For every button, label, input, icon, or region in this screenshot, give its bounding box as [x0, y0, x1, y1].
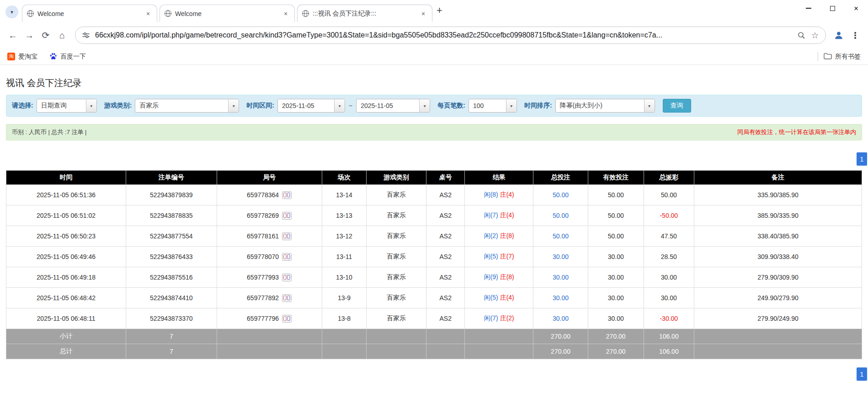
cell-result: 闲(7) 庄(2) [465, 308, 533, 329]
cell-round: 659777796 [217, 308, 322, 329]
taobao-icon: 淘 [7, 53, 15, 60]
new-tab-button[interactable]: + [437, 5, 442, 16]
address-bar[interactable]: 66cxkj98.com/ipl/portal.php/game/betreco… [75, 27, 826, 44]
chevron-down-icon[interactable]: ▾ [334, 99, 345, 112]
cell-total-bet[interactable]: 50.00 [533, 205, 588, 226]
site-info-icon[interactable] [81, 28, 91, 42]
view-result-icon[interactable] [282, 232, 292, 240]
window-controls: × [797, 0, 868, 16]
column-header: 游戏类别 [367, 171, 426, 185]
game-type-select[interactable]: 百家乐 ▾ [135, 99, 239, 113]
search-button[interactable]: 查询 [663, 99, 691, 113]
view-result-icon[interactable] [282, 212, 292, 220]
page-title: 视讯 会员下注纪录 [6, 77, 862, 89]
tab-bet-record-active[interactable]: :::视讯 会员下注纪录::: × [297, 5, 432, 22]
round-number: 659778070 [247, 253, 279, 260]
bookmark-aitaobao[interactable]: 淘 爱淘宝 [7, 53, 37, 61]
cell-valid-bet: 30.00 [588, 288, 644, 308]
cell-game-type: 百家乐 [367, 226, 426, 247]
tab-close-icon[interactable]: × [419, 10, 427, 18]
tab-search-button[interactable]: ▾ [5, 5, 18, 18]
date-tilde: ~ [349, 102, 352, 109]
cell-total-bet[interactable]: 30.00 [533, 308, 588, 329]
query-type-select[interactable]: 日期查询 ▾ [37, 99, 97, 113]
page-size-select[interactable]: 100 ▾ [469, 99, 517, 113]
forward-button[interactable]: → [21, 27, 37, 43]
bookmarks-right: 所有书签 [818, 52, 861, 61]
cell-total-bet[interactable]: 30.00 [533, 247, 588, 267]
cell-total-bet[interactable]: 30.00 [533, 267, 588, 288]
sort-order-select[interactable]: 降幂(由大到小) ▾ [555, 99, 655, 113]
all-bookmarks-button[interactable]: 所有书签 [824, 53, 861, 61]
browser-menu-icon[interactable]: ⋮ [847, 27, 863, 43]
date-to-value: 2025-11-05 [357, 99, 419, 112]
round-number: 659777892 [247, 294, 279, 302]
view-result-icon[interactable] [282, 315, 292, 323]
view-result-icon[interactable] [282, 294, 292, 302]
cell-time: 2025-11-05 06:51:36 [6, 185, 126, 205]
view-result-icon[interactable] [282, 274, 292, 281]
cell-payout: -50.00 [644, 205, 694, 226]
close-button[interactable]: × [844, 0, 868, 16]
pagination-top: 1 [6, 152, 867, 166]
view-result-icon[interactable] [282, 253, 292, 261]
sort-order-label: 时间排序: [524, 102, 552, 110]
tab-welcome-1[interactable]: Welcome × [22, 5, 157, 22]
tab-close-icon[interactable]: × [282, 10, 290, 18]
view-result-icon[interactable] [282, 191, 292, 199]
page-number-button[interactable]: 1 [857, 152, 867, 166]
table-row: 2025-11-05 06:49:18 522943875516 6597779… [6, 267, 862, 288]
result-banker: 庄(4) [500, 191, 514, 198]
date-to-select[interactable]: 2025-11-05 ▾ [356, 99, 430, 113]
chevron-down-icon[interactable]: ▾ [419, 99, 430, 112]
result-player: 闲(5) [484, 294, 498, 301]
result-banker: 庄(8) [500, 273, 514, 281]
globe-favicon-icon [165, 10, 171, 17]
cell-session: 13-10 [322, 267, 366, 288]
bookmark-baidu[interactable]: 百度一下 [49, 52, 86, 61]
cell-total-bet[interactable]: 30.00 [533, 288, 588, 308]
page-number-button[interactable]: 1 [857, 367, 867, 381]
round-number: 659778364 [247, 191, 279, 199]
tab-welcome-2[interactable]: Welcome × [160, 5, 295, 22]
date-from-select[interactable]: 2025-11-05 ▾ [277, 99, 345, 113]
cell-session: 13-14 [322, 185, 366, 205]
table-row: 2025-11-05 06:51:36 522943879839 6597783… [6, 185, 862, 205]
cell-payout: 28.50 [644, 247, 694, 267]
back-button[interactable]: ← [5, 27, 21, 43]
minimize-button[interactable] [797, 0, 820, 16]
column-header: 有效投注 [588, 171, 644, 185]
result-player: 闲(7) [484, 211, 498, 219]
table-row: 2025-11-05 06:48:11 522943873370 6597777… [6, 308, 862, 329]
zoom-icon[interactable] [794, 28, 808, 42]
chevron-down-icon[interactable]: ▾ [506, 99, 517, 112]
minimize-icon [806, 8, 811, 9]
home-button[interactable]: ⌂ [54, 27, 70, 43]
result-banker: 庄(2) [500, 314, 514, 322]
cell-total-bet[interactable]: 50.00 [533, 185, 588, 205]
cell-time: 2025-11-05 06:51:02 [6, 205, 126, 226]
maximize-button[interactable] [820, 0, 844, 16]
chevron-down-icon[interactable]: ▾ [86, 99, 96, 112]
cell-result: 闲(5) 庄(4) [465, 288, 533, 308]
divider [818, 52, 818, 61]
bookmark-star-icon[interactable]: ☆ [808, 28, 822, 42]
date-range-label: 时间区间: [246, 102, 274, 110]
cell-note: 338.40/385.90 [694, 226, 862, 247]
cell-total-bet[interactable]: 50.00 [533, 226, 588, 247]
profile-avatar-icon[interactable] [831, 27, 847, 43]
result-player: 闲(2) [484, 232, 498, 239]
chevron-down-icon[interactable]: ▾ [228, 99, 239, 112]
url-text[interactable]: 66cxkj98.com/ipl/portal.php/game/betreco… [95, 31, 794, 39]
cell-note: 309.90/338.40 [694, 247, 862, 267]
maximize-icon [830, 6, 835, 11]
round-number: 659778161 [247, 232, 279, 240]
round-number: 659778269 [247, 212, 279, 219]
column-header: 桌号 [426, 171, 465, 185]
chevron-down-icon[interactable]: ▾ [644, 99, 655, 112]
cell-session: 13-13 [322, 205, 366, 226]
cell-valid-bet: 50.00 [588, 185, 644, 205]
table-row: 2025-11-05 06:51:02 522943878835 6597782… [6, 205, 862, 226]
tab-close-icon[interactable]: × [144, 10, 152, 18]
reload-button[interactable]: ⟳ [37, 27, 54, 43]
